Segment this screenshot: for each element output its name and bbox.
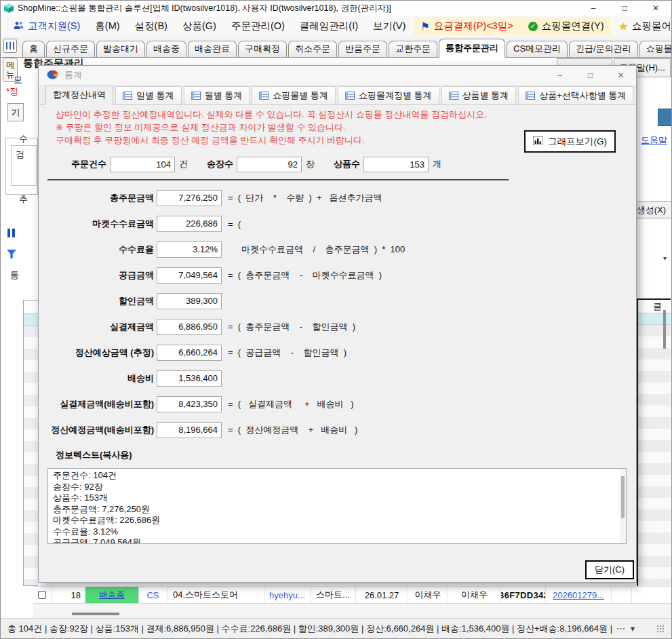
tab-integrated-orders[interactable]: 통합주문관리	[439, 39, 505, 58]
dialog-title: 통계	[64, 69, 82, 81]
tab-return-orders[interactable]: 반품주문	[338, 41, 387, 57]
discount-field[interactable]: 389,300	[157, 293, 222, 309]
dialog-tab-summary[interactable]: 합계정산내역	[45, 85, 113, 105]
table-row[interactable]: 18 배송중 CS 04.스마트스토어 hyehyu... 스마트... 26.…	[33, 586, 671, 604]
table-icon	[449, 92, 458, 100]
actual-payment-incl-shipping-field[interactable]: 8,423,350	[157, 396, 222, 412]
date-cell: 26.01.27	[356, 587, 408, 603]
invoice-count-field[interactable]: 92	[237, 157, 302, 172]
account-cell[interactable]: hyehyu...	[264, 587, 311, 603]
app-window: { "window": { "app_title": "ShopMine::쇼핑…	[0, 0, 672, 639]
menu-orders[interactable]: 주문관리(O)	[224, 17, 292, 35]
shipping-fee-field[interactable]: 1,536,400	[157, 370, 222, 387]
order-no-cell[interactable]: 202601279...	[546, 587, 612, 603]
menu-mall-admin[interactable]: ★ 쇼핑몰어드민(A)	[611, 17, 672, 35]
row-number-cell: 18	[52, 587, 85, 603]
table-rows-sliver	[24, 326, 38, 585]
stat-row-actual-payment: 실결제금액 6,886,950 = ( 총주문금액 - 할인금액 )	[39, 319, 636, 335]
pause-icon[interactable]	[7, 229, 15, 237]
warning-line: 구매확정 후 쿠팡윙에서 최종 정산 예정 금액을 반드시 확인해 주시기 바랍…	[56, 134, 487, 147]
fragment-geom: 검	[11, 145, 37, 186]
statistics-dialog: 통계 – □ ✕ 합계정산내역 일별 통계 월별 통계 쇼핑몰별 통계 쇼핑몰계…	[38, 65, 637, 583]
menu-payment[interactable]: ⚑ 요금결제(P)<3일>	[413, 17, 520, 35]
product-count-field[interactable]: 153	[363, 157, 429, 172]
tab-shipping[interactable]: 배송중	[146, 41, 186, 57]
market-fee-field[interactable]: 226,686	[157, 216, 222, 232]
tab-purchase-confirm[interactable]: 구매확정	[238, 41, 287, 57]
fee-rate-field[interactable]: 3.12%	[157, 241, 222, 258]
menu-customer-support[interactable]: 고객지원(S)	[6, 17, 87, 35]
blue-action-button[interactable]	[658, 109, 672, 126]
checkbox-cell	[33, 587, 52, 603]
menu-home[interactable]: 홈(M)	[87, 17, 127, 35]
product-cell: 스마트...	[311, 587, 356, 603]
stat-rows: 총주문금액 7,276,250 = ( 단가 * 수량 ) + 옵션추가금액 마…	[39, 190, 636, 448]
tab-mall-accounts[interactable]: 쇼핑몰계정 관리	[639, 41, 672, 57]
dialog-body: 샵마인이 추정한 정산예정내역입니다. 실제와 다를 수 있습니다. 꼭 실정산…	[39, 105, 636, 582]
window-title: ShopMine::쇼핑몰 통합관리 솔루션[업체 ID(twosilver10…	[18, 3, 391, 14]
dialog-tab-by-product[interactable]: 상품별 통계	[441, 86, 517, 104]
info-textarea[interactable]: 주문건수: 104건 송장수: 92장 상품수: 153개 총주문금액: 7,2…	[47, 468, 627, 544]
cs-cell[interactable]: CS	[139, 587, 167, 603]
dialog-maximize-button[interactable]: □	[575, 66, 606, 85]
dialog-tab-monthly[interactable]: 월별 통계	[184, 86, 250, 104]
filter-icon[interactable]	[7, 250, 16, 258]
dialog-tab-by-product-option[interactable]: 상품+선택사항별 통계	[518, 86, 633, 104]
menu-view[interactable]: 보기(V)	[365, 17, 413, 35]
tab-cs-memo[interactable]: CS메모관리	[507, 41, 568, 57]
people-icon	[14, 21, 24, 32]
minimize-button[interactable]: –	[578, 1, 609, 16]
row-checkbox[interactable]	[38, 591, 46, 599]
groupbox-label: 수	[18, 133, 29, 145]
dropdown-caret-icon[interactable]: ▾	[663, 254, 667, 262]
tab-cancel-orders[interactable]: 취소주문	[288, 41, 337, 57]
settlement-estimate-field[interactable]: 6,660,264	[157, 345, 222, 361]
panel-grid-icon[interactable]	[3, 39, 17, 53]
close-dialog-button[interactable]: 닫기(C)	[585, 560, 634, 579]
fragment-gi-button[interactable]: 기	[7, 103, 24, 121]
dialog-tab-daily[interactable]: 일별 통계	[115, 86, 182, 104]
resize-grip-icon[interactable]	[656, 625, 665, 633]
pie-chart-icon	[47, 69, 58, 82]
stat-row-market-fee: 마켓수수료금액 226,686 = (	[39, 216, 636, 232]
counts-row: 주문건수 104 건 송장수 92 장 상품수 153 개	[71, 156, 460, 172]
menu-products[interactable]: 상품(G)	[175, 17, 224, 35]
info-scrollbar-thumb[interactable]	[621, 476, 625, 518]
tab-ship-waiting[interactable]: 발송대기	[96, 41, 145, 57]
code-cell: B6F7DD342	[501, 587, 546, 603]
tab-exchange-orders[interactable]: 교환주문	[389, 41, 437, 57]
graph-view-button[interactable]: 그래프보기(G)	[524, 130, 616, 153]
dialog-titlebar[interactable]: 통계 – □ ✕	[39, 66, 636, 85]
empty-cell	[632, 587, 671, 603]
invoice-count-label: 송장수	[207, 158, 233, 170]
warning-text: 샵마인이 추정한 정산예정내역입니다. 실제와 다를 수 있습니다. 꼭 실정산…	[56, 108, 487, 147]
close-button[interactable]: ✕	[640, 1, 671, 16]
menu-mall-connect[interactable]: ✓ 쇼핑몰연결(Y)	[521, 17, 612, 35]
statusbar-more-icon[interactable]: ⋯ ▾	[616, 623, 636, 634]
tab-delivered[interactable]: 배송완료	[188, 41, 237, 57]
maximize-button[interactable]: □	[609, 1, 640, 16]
menu-settings[interactable]: 설정(B)	[127, 17, 175, 35]
tab-new-orders[interactable]: 신규주문	[46, 41, 95, 57]
menu-claims[interactable]: 클레임관리(I)	[292, 17, 365, 35]
dialog-close-button[interactable]: ✕	[606, 66, 636, 85]
order-count-field[interactable]: 104	[110, 157, 175, 172]
dialog-tab-by-mall[interactable]: 쇼핑몰별 통계	[252, 86, 336, 104]
dialog-minimize-button[interactable]: –	[545, 66, 575, 85]
table-icon	[191, 92, 201, 100]
help-link[interactable]: 도움말	[641, 134, 667, 147]
warning-line: ※ 쿠팡은 할인 정보 미제공으로 실제 정산금과 차이가 발생할 수 있습니다…	[56, 121, 487, 134]
settlement-incl-shipping-field[interactable]: 8,196,664	[157, 422, 222, 438]
tab-urgent-inquiry[interactable]: 긴급/문의관리	[569, 41, 638, 57]
supply-amount-field[interactable]: 7,049,564	[157, 267, 222, 284]
table-rows-sliver-right	[638, 325, 671, 586]
table-hscrollbar-thumb[interactable]	[72, 613, 119, 615]
table-icon	[526, 92, 535, 100]
table-vscrollbar-thumb[interactable]	[663, 310, 666, 349]
stat-row-fee-rate: 수수료율 3.12% 마켓수수료금액 / 총주문금액 ) * 100	[39, 241, 636, 258]
total-order-field[interactable]: 7,276,250	[157, 190, 222, 206]
actual-payment-field[interactable]: 6,886,950	[157, 319, 222, 335]
status-badge[interactable]: 배송중	[85, 587, 139, 603]
tab-home[interactable]: 홈	[22, 41, 45, 57]
dialog-tab-by-mall-account[interactable]: 쇼핑몰계정별 통계	[338, 86, 439, 104]
